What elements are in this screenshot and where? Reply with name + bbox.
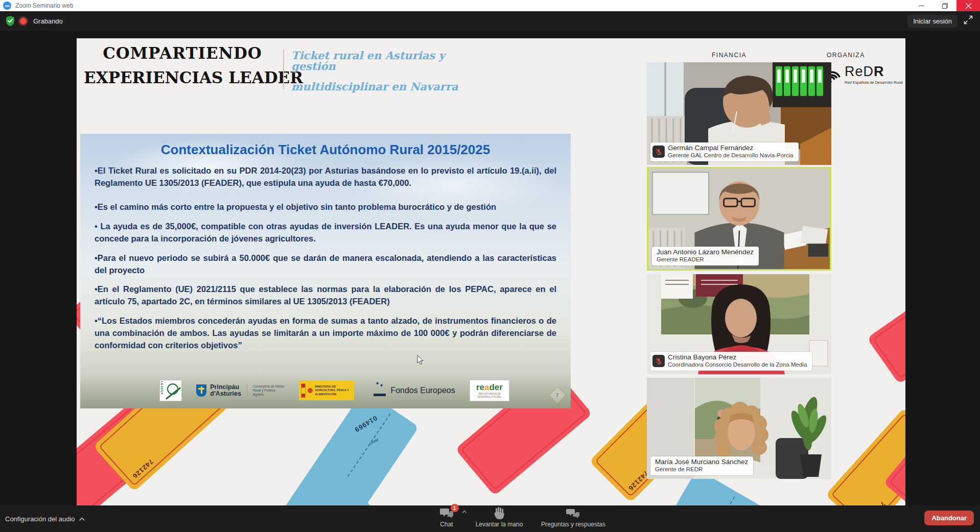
security-shield-icon[interactable] [5, 15, 15, 27]
audio-settings-label: Configuración del audio [5, 515, 75, 523]
slide-bullet: •Es el camino más corto entre la propues… [95, 201, 556, 213]
meeting-top-toolbar: Grabando Iniciar sesión [0, 11, 980, 31]
leader-logo-text: LEADER [160, 381, 164, 395]
reader-word: reader [476, 383, 503, 392]
participant-name: María José Murciano Sánchez [655, 458, 748, 466]
leave-button[interactable]: Abandonar [924, 511, 974, 525]
window-title: Zoom Seminario web [15, 2, 73, 9]
ticket-number: 014969 [353, 414, 379, 433]
participant-name: Cristina Bayona Pérez [668, 353, 807, 361]
presentation-slide: Contextualización Ticket Autónomo Rural … [80, 134, 571, 408]
organiza-label: ORGANIZA [827, 52, 865, 59]
slide-logos-row: LEADER Principáu d'Asturies Conseyería d… [159, 378, 509, 403]
ticket-label: Abriss [369, 438, 379, 446]
participant-name-tag: Cristina Bayona Pérez Coordinadora Conso… [650, 352, 812, 371]
presentation-header-subtitle: Ticket rural en Asturias y gestión multi… [291, 50, 475, 92]
header-divider [283, 50, 284, 89]
asturias-logo: Principáu d'Asturies Conseyería de Mediu… [196, 384, 285, 397]
header-subtitle-line1: Ticket rural en Asturias y gestión [291, 50, 475, 71]
sign-in-button[interactable]: Iniciar sesión [907, 15, 958, 28]
asturias-name: Principáu d'Asturies [210, 384, 241, 397]
participant-role: Gerente GAL Centro de Desarrollo Navia-P… [668, 152, 794, 159]
qa-button[interactable]: Preguntas y respuestas [532, 507, 614, 530]
financia-label: FINANCIA [712, 52, 746, 59]
redr-tagline: Red Española de Desarrollo Rural [845, 80, 903, 85]
ticket-number: 742126 [864, 500, 886, 505]
window-titlebar: zm Zoom Seminario web [0, 0, 980, 11]
presentation-header-title: COMPARTIENDO EXPERIENCIAS LEADER [84, 45, 281, 86]
restore-button[interactable] [933, 0, 956, 11]
chat-label: Chat [440, 521, 453, 528]
participant-video-4[interactable]: María José Murciano Sánchez Gerente de R… [647, 378, 831, 479]
qa-label: Preguntas y respuestas [541, 521, 605, 528]
header-subtitle-line2: multidisciplinar en Navarra [291, 81, 475, 92]
participant-role: Coordinadora Consorcio Desarrollo de la … [668, 361, 807, 369]
participant-name-tag: Juan Antonio Lázaro Menéndez Gerente REA… [652, 247, 759, 265]
participant-role: Gerente READER [657, 256, 754, 263]
zoom-app-icon: zm [3, 2, 11, 10]
fondos-europeos-logo: ★★ Fondos Europeos [368, 383, 455, 398]
slide-content: Contextualización Ticket Autónomo Rural … [95, 142, 556, 359]
participant-name: Germán Campal Fernández [668, 144, 794, 152]
raise-hand-label: Levantar la mano [476, 521, 523, 528]
participant-name-tag: Germán Campal Fernández Gerente GAL Cent… [650, 142, 799, 161]
slide-bullet: • La ayuda es de 35,000€, compatible con… [95, 221, 556, 245]
slide-bullet: •El Ticket Rural es solicitado en su PDR… [95, 165, 556, 189]
chevron-up-icon[interactable] [79, 517, 85, 521]
participant-role: Gerente de REDR [655, 466, 748, 473]
minimize-button[interactable] [909, 0, 933, 11]
reader-logo: reader RED ASTURIANA DE DESARROLLO RURAL [470, 380, 509, 401]
ticket-number: 742126 [131, 458, 155, 480]
participant-video-2[interactable]: Juan Antonio Lázaro Menéndez Gerente REA… [647, 167, 831, 271]
participant-name-tag: María José Murciano Sánchez Gerente de R… [650, 456, 753, 475]
raise-hand-button[interactable]: Levantar la mano [466, 507, 532, 530]
redr-logo: ReDR Red Española de Desarrollo Rural [820, 65, 903, 87]
participant-video-1[interactable]: Germán Campal Fernández Gerente GAL Cent… [647, 62, 831, 165]
slide-bullet: •En el Reglamento (UE) 2021/2115 que est… [95, 283, 556, 308]
meeting-bottom-toolbar: Configuración del audio 1 Chat [0, 505, 980, 532]
reader-tagline: RED ASTURIANA DE DESARROLLO RURAL [473, 393, 506, 399]
window-controls [909, 0, 980, 11]
asturias-department: Conseyería de Mediu Rural y Política Agr… [253, 384, 285, 397]
recording-dot-icon [20, 18, 27, 25]
raise-hand-icon [494, 507, 505, 519]
spain-crest-icon [308, 388, 313, 393]
audio-settings-button[interactable]: Configuración del audio [5, 505, 85, 532]
mouse-cursor [417, 355, 424, 365]
ministerio-text: MINISTERIO DE AGRICULTURA, PESCA Y ALIME… [315, 385, 351, 396]
header-title-line2: EXPERIENCIAS LEADER [84, 70, 281, 86]
recording-indicator: Grabando [5, 15, 63, 27]
spain-flag-icon [301, 383, 306, 398]
header-title-line1: COMPARTIENDO [84, 45, 281, 61]
chat-button[interactable]: 1 Chat [432, 507, 461, 530]
qa-icon [566, 508, 580, 519]
ministerio-logo: MINISTERIO DE AGRICULTURA, PESCA Y ALIME… [299, 381, 354, 400]
participant-name: Juan Antonio Lázaro Menéndez [657, 248, 754, 256]
fullscreen-icon[interactable] [964, 15, 973, 27]
muted-mic-icon [652, 355, 665, 367]
close-button[interactable] [956, 0, 980, 11]
slide-bullet: •“Los Estados miembros concederán ayudas… [95, 315, 556, 352]
participant-video-3[interactable]: Cristina Bayona Pérez Coordinadora Conso… [647, 274, 831, 374]
fondos-bars-icon: ★★ [368, 383, 387, 398]
redr-name: ReDR [845, 65, 903, 79]
ticket-decoration [867, 280, 905, 384]
fondos-text: Fondos Europeos [390, 386, 455, 395]
recording-label: Grabando [33, 17, 63, 25]
asturias-shield-icon [196, 384, 206, 397]
slide-bullet: •Para el nuevo periodo se subirá a 50.00… [95, 252, 556, 277]
slide-title: Contextualización Ticket Autónomo Rural … [95, 142, 556, 158]
chat-unread-badge: 1 [451, 504, 459, 512]
muted-mic-icon [652, 146, 665, 158]
leader-logo: LEADER [159, 380, 182, 401]
